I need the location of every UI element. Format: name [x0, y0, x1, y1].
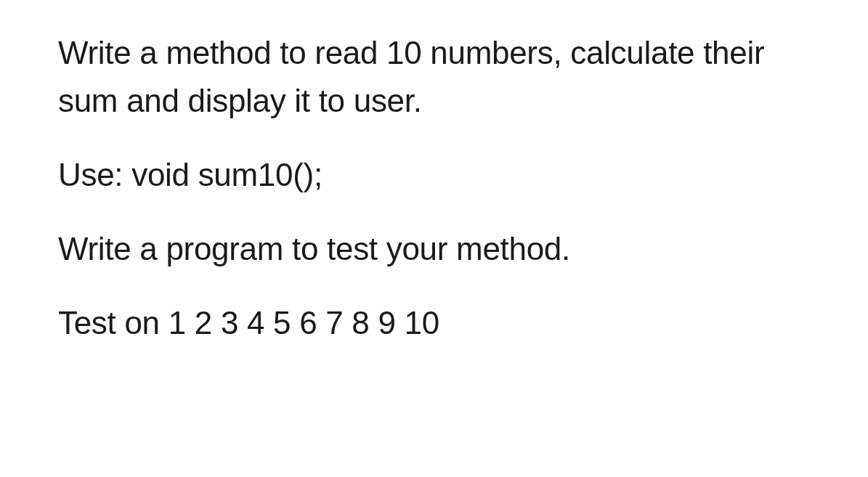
paragraph-program: Write a program to test your method.	[58, 225, 810, 273]
document-content: Write a method to read 10 numbers, calcu…	[58, 29, 810, 347]
paragraph-signature: Use: void sum10();	[58, 151, 810, 199]
paragraph-instructions: Write a method to read 10 numbers, calcu…	[58, 29, 810, 125]
paragraph-test-data: Test on 1 2 3 4 5 6 7 8 9 10	[58, 299, 810, 347]
